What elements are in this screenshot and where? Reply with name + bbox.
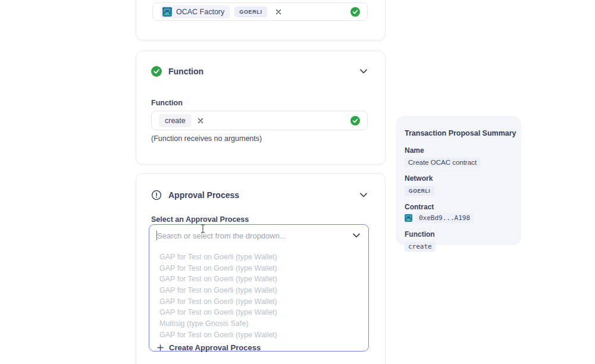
- dropdown-chevron-icon[interactable]: [353, 233, 360, 238]
- summary-contract-avatar-icon: [405, 214, 412, 222]
- dropdown-option[interactable]: GAP for Test on Goerli (type Wallet): [149, 285, 368, 296]
- remove-contract-icon[interactable]: [275, 9, 281, 15]
- approval-search-row: [149, 225, 368, 246]
- summary-contract-field: Contract 0xeBd9...A198: [405, 203, 512, 223]
- function-valid-check-icon: [350, 116, 360, 125]
- dropdown-option[interactable]: GAP for Test on Goerli (type Wallet): [149, 252, 368, 263]
- contract-valid-check-icon: [350, 7, 360, 17]
- summary-network-field: Network GOERLI: [405, 174, 512, 196]
- approval-incomplete-alert-icon: [151, 190, 162, 200]
- transaction-proposal-summary-panel: Transaction Proposal Summary Name Create…: [396, 116, 521, 245]
- summary-contract-address: 0xeBd9...A198: [415, 213, 474, 223]
- contract-chip: OCAC Factory: [160, 5, 230, 18]
- dropdown-option[interactable]: GAP for Test on Goerli (type Wallet): [149, 307, 368, 318]
- summary-name-value: Create OCAC contract: [405, 158, 480, 167]
- approval-search-input[interactable]: [157, 231, 348, 240]
- approval-options-list: GAP for Test on Goerli (type Wallet)GAP …: [149, 252, 368, 341]
- function-field-label: Function: [151, 99, 183, 107]
- network-badge: GOERLI: [234, 7, 267, 17]
- summary-name-field: Name Create OCAC contract: [405, 146, 512, 167]
- function-chip: create: [159, 114, 192, 127]
- approval-process-dropdown: GAP for Test on Goerli (type Wallet)GAP …: [149, 224, 369, 352]
- text-caret: [156, 231, 157, 240]
- dropdown-option[interactable]: GAP for Test on Goerli (type Wallet): [149, 274, 368, 285]
- dropdown-option[interactable]: GAP for Test on Goerli (type Wallet): [149, 330, 368, 341]
- summary-name-label: Name: [405, 146, 512, 155]
- summary-network-badge: GOERLI: [405, 186, 434, 196]
- approval-section-header[interactable]: Approval Process: [151, 190, 367, 200]
- approval-collapse-chevron-icon[interactable]: [360, 193, 367, 197]
- plus-icon: [157, 344, 164, 351]
- summary-network-label: Network: [405, 174, 512, 183]
- function-collapse-chevron-icon[interactable]: [360, 69, 367, 74]
- function-chip-label: create: [165, 117, 186, 125]
- approval-field-label: Select an Approval Process: [151, 215, 249, 224]
- remove-function-icon[interactable]: [198, 118, 203, 124]
- dropdown-option[interactable]: GAP for Test on Goerli (type Wallet): [149, 296, 368, 307]
- create-approval-process-option[interactable]: Create Approval Process: [149, 343, 368, 352]
- function-complete-check-icon: [151, 66, 162, 77]
- dropdown-option[interactable]: Multisig (type Gnosis Safe): [149, 318, 368, 330]
- dropdown-option[interactable]: GAP for Test on Goerli (type Wallet): [149, 263, 368, 274]
- summary-contract-label: Contract: [405, 203, 512, 211]
- function-input[interactable]: create: [151, 111, 368, 130]
- contract-input[interactable]: OCAC Factory GOERLI: [152, 2, 368, 21]
- approval-section-title: Approval Process: [168, 190, 239, 200]
- contract-avatar-icon: [162, 7, 172, 17]
- create-approval-process-label: Create Approval Process: [169, 343, 261, 352]
- function-section-title: Function: [168, 67, 203, 76]
- summary-function-value: create: [405, 241, 436, 252]
- contract-card: OCAC Factory GOERLI: [136, 0, 386, 40]
- summary-function-field: Function create: [405, 230, 512, 252]
- approval-card: Approval Process Select an Approval Proc…: [136, 173, 386, 364]
- function-card: Function Function create (Function recei…: [136, 51, 386, 165]
- summary-function-label: Function: [405, 230, 512, 239]
- contract-chip-label: OCAC Factory: [176, 8, 224, 16]
- function-args-hint: (Function receives no arguments): [151, 134, 262, 143]
- function-section-header[interactable]: Function: [151, 66, 367, 77]
- summary-title: Transaction Proposal Summary: [405, 129, 512, 137]
